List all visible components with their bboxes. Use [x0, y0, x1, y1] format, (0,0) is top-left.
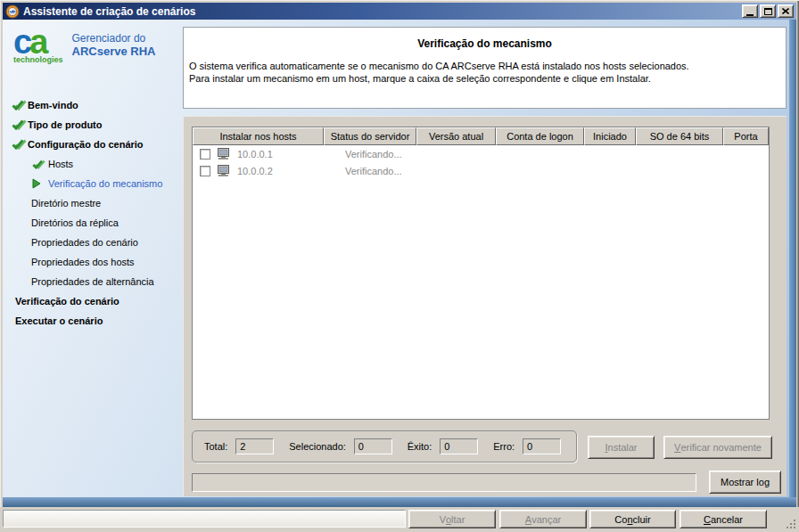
product-name-line1: Gerenciador do [72, 32, 156, 45]
maximize-icon [764, 8, 772, 15]
success-label: Êxito: [408, 441, 432, 452]
ca-logo-sub: technologies [13, 55, 63, 64]
verify-again-button[interactable]: Verificar novamente [663, 436, 772, 459]
col-header-iniciado[interactable]: Iniciado [584, 127, 636, 145]
error-label: Erro: [493, 441, 515, 452]
minimize-button[interactable] [742, 4, 758, 18]
minimize-icon [746, 14, 754, 16]
product-name-line2: ARCserve RHA [72, 45, 156, 58]
install-button[interactable]: Instalar [588, 436, 655, 459]
hosts-table: Instalar nos hosts Status do servidor Ve… [192, 127, 770, 420]
step-description-line1: O sistema verifica automaticamente se o … [189, 60, 786, 72]
computer-icon [217, 148, 231, 160]
content-area: ca technologies Gerenciador do ARCserve … [3, 20, 796, 507]
selected-value: 0 [354, 438, 392, 454]
finish-button[interactable]: Concluir [589, 510, 676, 528]
step-description-line2: Para instalar um mecanismo em um host, m… [189, 72, 786, 85]
col-header-porta[interactable]: Porta [723, 127, 769, 145]
close-button[interactable] [778, 4, 794, 18]
sidebar-step-hosts[interactable]: Hosts [3, 154, 183, 174]
status-bar [3, 510, 406, 528]
cancel-button[interactable]: Cancelar [680, 510, 767, 528]
check-icon [32, 160, 48, 169]
col-header-so-de-64-bits[interactable]: SO de 64 bits [636, 127, 723, 145]
check-icon [12, 119, 28, 130]
window-title: Assistente de criação de cenários [23, 5, 195, 18]
brand-area: ca technologies Gerenciador do ARCserve … [13, 27, 155, 64]
step-title: Verificação do mecanismo [184, 37, 786, 50]
selected-label: Selecionado: [289, 441, 346, 452]
progress-bar [192, 473, 696, 492]
titlebar[interactable]: Assistente de criação de cenários [3, 3, 796, 20]
success-value: 0 [440, 438, 478, 454]
footer-bar: Voltar Avançar Concluir Cancelar [0, 507, 799, 532]
back-button[interactable]: Voltar [408, 510, 496, 528]
next-button[interactable]: Avançar [499, 510, 587, 528]
resize-grip[interactable] [783, 516, 795, 528]
close-icon [782, 8, 789, 14]
sidebar-step-diretorios-da-replica[interactable]: Diretórios da réplica [3, 213, 183, 233]
computer-icon [217, 165, 231, 176]
total-label: Total: [204, 441, 227, 452]
ca-logo: ca technologies [13, 27, 63, 64]
stats-groupbox: Total: 2 Selecionado: 0 Êxito: 0 Erro: 0 [192, 430, 577, 462]
check-icon [12, 139, 28, 150]
wizard-window: Assistente de criação de cenários ca tec… [0, 0, 799, 532]
col-header-instalar-nos-hosts[interactable]: Instalar nos hosts [193, 127, 324, 145]
window-edge-right [789, 20, 796, 507]
col-header-status-do-servidor[interactable]: Status do servidor [324, 127, 416, 145]
table-row[interactable]: 10.0.0.2 Verificando... [193, 162, 769, 179]
error-value: 0 [523, 438, 561, 454]
sidebar-step-propriedades-dos-hosts[interactable]: Propriedades dos hosts [3, 252, 183, 272]
sidebar-step-configuracao-do-cenario[interactable]: Configuração do cenário [3, 135, 183, 154]
sidebar-step-executar-o-cenario[interactable]: Executar o cenário [3, 311, 183, 331]
sidebar-step-verificacao-do-cenario[interactable]: Verificação do cenário [3, 291, 183, 311]
sidebar-step-verificacao-do-mecanismo[interactable]: Verificação do mecanismo [3, 174, 183, 193]
maximize-button[interactable] [760, 4, 776, 18]
main-panel: Instalar nos hosts Status do servidor Ve… [183, 116, 787, 496]
server-status: Verificando... [345, 166, 402, 176]
host-checkbox[interactable] [200, 149, 210, 160]
col-header-conta-de-logon[interactable]: Conta de logon [496, 127, 584, 145]
host-address: 10.0.0.2 [237, 166, 273, 176]
table-header-row: Instalar nos hosts Status do servidor Ve… [193, 127, 769, 145]
wizard-steps: Bem-vindo Tipo de produto Configuração d… [3, 95, 183, 331]
current-step-arrow-icon [32, 178, 48, 189]
total-value: 2 [235, 438, 274, 454]
check-icon [12, 100, 28, 110]
sidebar-step-propriedades-de-alternancia[interactable]: Propriedades de alternância [3, 272, 183, 291]
app-icon [5, 4, 20, 19]
table-row[interactable]: 10.0.0.1 Verificando... [193, 145, 769, 162]
step-header-box: Verificação do mecanismo O sistema verif… [183, 27, 787, 109]
sidebar-step-diretorio-mestre[interactable]: Diretório mestre [3, 193, 183, 213]
show-log-button[interactable]: Mostrar log [709, 471, 781, 494]
col-header-versao-atual[interactable]: Versão atual [416, 127, 496, 145]
sidebar-step-tipo-de-produto[interactable]: Tipo de produto [3, 115, 183, 135]
sidebar-step-propriedades-do-cenario[interactable]: Propriedades do cenário [3, 233, 183, 252]
host-address: 10.0.0.1 [237, 149, 273, 160]
host-checkbox[interactable] [200, 166, 210, 176]
sidebar-step-bem-vindo[interactable]: Bem-vindo [3, 95, 183, 115]
sidebar: ca technologies Gerenciador do ARCserve … [3, 20, 183, 507]
server-status: Verificando... [345, 149, 402, 160]
